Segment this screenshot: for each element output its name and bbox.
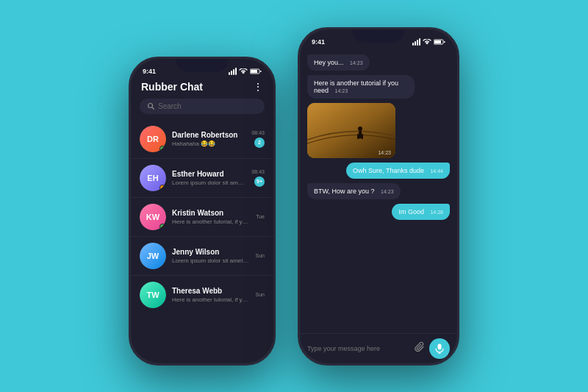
svg-rect-13 xyxy=(361,134,363,139)
svg-rect-1 xyxy=(251,70,257,73)
status-time-2: 9:41 xyxy=(312,38,325,46)
battery-icon-2 xyxy=(434,39,445,45)
online-dot-darlene xyxy=(159,146,165,152)
chat-time-jenny: Sun xyxy=(256,253,265,258)
online-dot-kristin xyxy=(159,224,165,229)
chat-info-theresa: Theresa Webb Here is another tutorial, i… xyxy=(172,287,250,303)
badge-darlene: 2 xyxy=(254,138,265,148)
msg-bubble-3: Owh Sure, Thanks dude 14:44 xyxy=(346,163,450,179)
msg-row-1: Hey you... 14:23 xyxy=(307,54,450,71)
image-bubble: 14:23 xyxy=(307,103,395,158)
chat-preview-darlene: Hahahaha 😂😂 xyxy=(172,140,245,147)
chat-info-jenny: Jenny Wilson Lorem ipsum dolor sit amet,… xyxy=(172,248,250,264)
msg-row-2: Here is another tutorial if you need 14:… xyxy=(307,75,450,99)
chat-time-esther: 08:43 xyxy=(251,169,265,174)
msg-text-3: Owh Sure, Thanks dude xyxy=(353,167,424,174)
avatar-darlene: DR xyxy=(140,126,166,152)
msg-text-2: Here is another tutorial if you need xyxy=(314,79,398,94)
msg-time-1: 14:23 xyxy=(350,60,363,65)
svg-rect-12 xyxy=(357,134,359,139)
avatar-esther: EH xyxy=(140,165,166,191)
mic-button[interactable] xyxy=(429,338,450,359)
chat-header: Rubber Chat ⋮ xyxy=(131,78,273,99)
wifi-icon xyxy=(239,68,248,74)
chat-time-theresa: Sun xyxy=(256,292,265,297)
svg-rect-6 xyxy=(434,40,441,43)
signal-bar-2 xyxy=(231,71,232,75)
msg-row-3: Owh Sure, Thanks dude 14:44 xyxy=(307,163,450,179)
attachment-icon[interactable] xyxy=(415,342,425,354)
msg-time-5: 14:28 xyxy=(430,210,443,215)
chat-preview-esther: Lorem ipsum dolor sit amet, conse... xyxy=(172,179,245,186)
signal-bar-1 xyxy=(229,72,230,75)
phone-1-screen: 9:41 xyxy=(131,59,273,363)
chat-info-esther: Esther Howard Lorem ipsum dolor sit amet… xyxy=(172,170,245,186)
search-placeholder: Search xyxy=(158,102,182,110)
msg-text-1: Hey you... xyxy=(314,59,344,66)
chat-preview-kristin: Here is another tutorial, if you... xyxy=(172,218,250,225)
status-icons-2 xyxy=(412,38,445,46)
message-input[interactable] xyxy=(307,345,410,352)
badge-esther: 9+ xyxy=(254,177,265,187)
chat-meta-jenny: Sun xyxy=(256,253,265,258)
chat-meta-darlene: 08:43 2 xyxy=(251,130,265,148)
battery-icon xyxy=(250,68,262,74)
chat-item-darlene[interactable]: DR Darlene Robertson Hahahaha 😂😂 08:43 2 xyxy=(131,120,273,159)
status-time-1: 9:41 xyxy=(143,68,156,75)
chat-info-darlene: Darlene Robertson Hahahaha 😂😂 xyxy=(172,131,245,147)
msg-text-5: Im Good xyxy=(398,208,424,215)
msg-row-image: 14:23 xyxy=(307,103,450,158)
chat-info-kristin: Kristin Watson Here is another tutorial,… xyxy=(172,209,250,225)
signal-bar-2-3 xyxy=(417,40,418,46)
svg-rect-2 xyxy=(260,71,262,72)
msg-bubble-2: Here is another tutorial if you need 14:… xyxy=(307,75,415,99)
msg-row-5: Im Good 14:28 xyxy=(307,204,450,220)
msg-text-4: BTW, How are you ? xyxy=(314,188,375,195)
chat-messages: Hey you... 14:23 Here is another tutoria… xyxy=(300,49,457,333)
chat-meta-kristin: Tue xyxy=(256,214,265,219)
msg-time-2: 14:23 xyxy=(335,88,348,93)
chat-name-jenny: Jenny Wilson xyxy=(172,248,250,256)
avatar-theresa: TW xyxy=(140,282,166,308)
signal-bar-4 xyxy=(235,68,237,75)
phone-1: 9:41 xyxy=(129,57,276,366)
chat-item-esther[interactable]: EH Esther Howard Lorem ipsum dolor sit a… xyxy=(131,159,273,198)
chat-name-esther: Esther Howard xyxy=(172,170,245,178)
image-content: 14:23 xyxy=(307,103,395,158)
mic-icon xyxy=(435,343,444,354)
chat-time-darlene: 08:43 xyxy=(251,130,265,135)
chat-name-theresa: Theresa Webb xyxy=(172,287,250,295)
search-bar[interactable]: Search xyxy=(140,99,265,114)
svg-point-10 xyxy=(358,126,362,131)
chat-list: DR Darlene Robertson Hahahaha 😂😂 08:43 2 xyxy=(131,120,273,363)
wifi-icon-2 xyxy=(423,39,431,45)
msg-bubble-4: BTW, How are you ? 14:23 xyxy=(307,183,401,199)
signal-bar-2-2 xyxy=(415,41,416,46)
svg-rect-14 xyxy=(438,343,442,349)
avatar-kristin: KW xyxy=(140,204,166,230)
chat-time-kristin: Tue xyxy=(256,214,265,219)
chat-meta-esther: 08:43 9+ xyxy=(251,169,265,187)
chat-item-kristin[interactable]: KW Kristin Watson Here is another tutori… xyxy=(131,198,273,237)
chat-meta-theresa: Sun xyxy=(256,292,265,297)
phone-2-screen: 9:41 xyxy=(300,29,457,363)
chat-input-area xyxy=(300,333,457,363)
msg-bubble-1: Hey you... 14:23 xyxy=(307,54,370,71)
notch-2 xyxy=(353,29,404,43)
chat-preview-theresa: Here is another tutorial, if you... xyxy=(172,296,250,303)
chat-item-theresa[interactable]: TW Theresa Webb Here is another tutorial… xyxy=(131,276,273,314)
signal-bar-2-4 xyxy=(419,38,420,46)
msg-row-4: BTW, How are you ? 14:23 xyxy=(307,183,450,199)
avatar-jenny: JW xyxy=(140,243,166,269)
phone-2: 9:41 xyxy=(298,27,459,366)
search-icon xyxy=(147,102,154,110)
signal-bar-2-1 xyxy=(412,43,414,46)
svg-line-4 xyxy=(152,107,154,110)
status-icons-1 xyxy=(229,68,262,75)
chat-item-jenny[interactable]: JW Jenny Wilson Lorem ipsum dolor sit am… xyxy=(131,237,273,276)
chat-preview-jenny: Lorem ipsum dolor sit amet, conse... xyxy=(172,257,250,264)
image-time: 14:23 xyxy=(378,150,391,155)
more-options-icon[interactable]: ⋮ xyxy=(253,81,263,93)
chat-name-darlene: Darlene Robertson xyxy=(172,131,245,139)
chat-title: Rubber Chat xyxy=(141,81,203,93)
